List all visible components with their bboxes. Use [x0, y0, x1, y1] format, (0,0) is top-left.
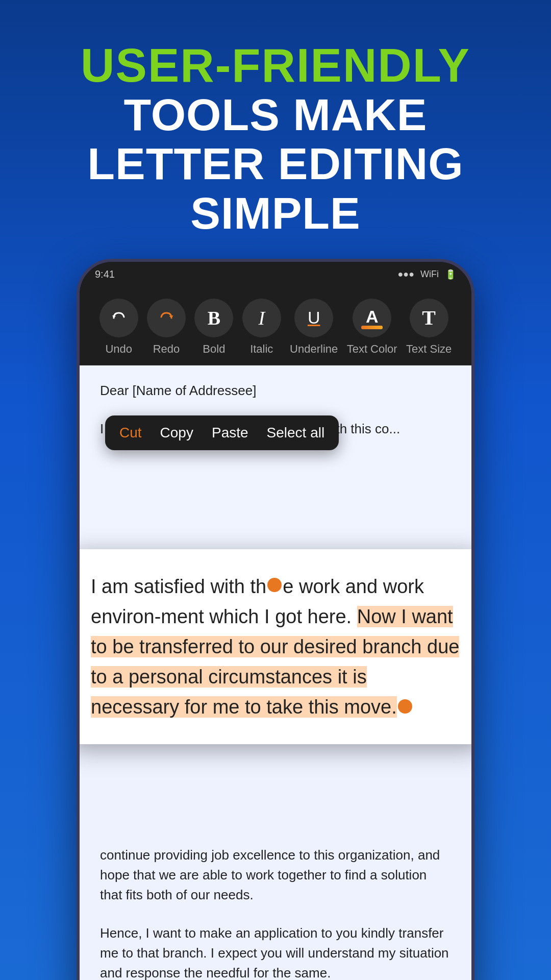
text-color-icon: A	[353, 299, 391, 337]
underline-label: Underline	[290, 342, 338, 356]
text-size-label: Text Size	[406, 342, 452, 356]
doc-para3: Hence, I want to make an application to …	[100, 923, 451, 980]
context-copy[interactable]: Copy	[160, 425, 193, 441]
bold-button[interactable]: B Bold	[194, 299, 233, 356]
doc-greeting: Dear [Name of Addressee]	[100, 381, 451, 401]
text-size-button[interactable]: T Text Size	[406, 299, 452, 356]
italic-label: Italic	[250, 342, 273, 356]
status-bar: 9:41 ●●● WiFi 🔋	[80, 262, 471, 287]
text-color-label: Text Color	[347, 342, 397, 356]
doc-para2: continue providing job excellence to thi…	[100, 845, 451, 905]
headline-line2: TOOLS MAKE	[0, 90, 551, 140]
header-section: USER-FRIENDLY TOOLS MAKE LETTER EDITING …	[0, 0, 551, 259]
undo-icon	[99, 299, 138, 337]
toolbar-top: Undo Redo B Bold I Italic	[80, 287, 471, 365]
selected-text-popup: I am satisfied with the work and work en…	[77, 549, 474, 744]
bold-label: Bold	[203, 342, 225, 356]
italic-icon: I	[242, 299, 281, 337]
context-paste[interactable]: Paste	[212, 425, 248, 441]
context-cut[interactable]: Cut	[119, 425, 142, 441]
headline-line1: USER-FRIENDLY	[0, 41, 551, 90]
underline-icon: U	[294, 299, 333, 337]
redo-button[interactable]: Redo	[147, 299, 186, 356]
phone-frame: 9:41 ●●● WiFi 🔋 Undo	[77, 259, 474, 980]
text-color-button[interactable]: A Text Color	[347, 299, 397, 356]
redo-label: Redo	[153, 342, 180, 356]
bold-icon: B	[194, 299, 233, 337]
text-size-icon: T	[410, 299, 448, 337]
context-menu: Cut Copy Paste Select all	[105, 415, 339, 450]
redo-icon	[147, 299, 186, 337]
headline-line3: LETTER EDITING SIMPLE	[0, 139, 551, 238]
undo-label: Undo	[105, 342, 132, 356]
italic-button[interactable]: I Italic	[242, 299, 281, 356]
selected-text-content: I am satisfied with the work and work en…	[91, 572, 460, 722]
context-select-all[interactable]: Select all	[267, 425, 325, 441]
undo-button[interactable]: Undo	[99, 299, 138, 356]
underline-button[interactable]: U Underline	[290, 299, 338, 356]
phone-mockup: 9:41 ●●● WiFi 🔋 Undo	[77, 259, 474, 980]
